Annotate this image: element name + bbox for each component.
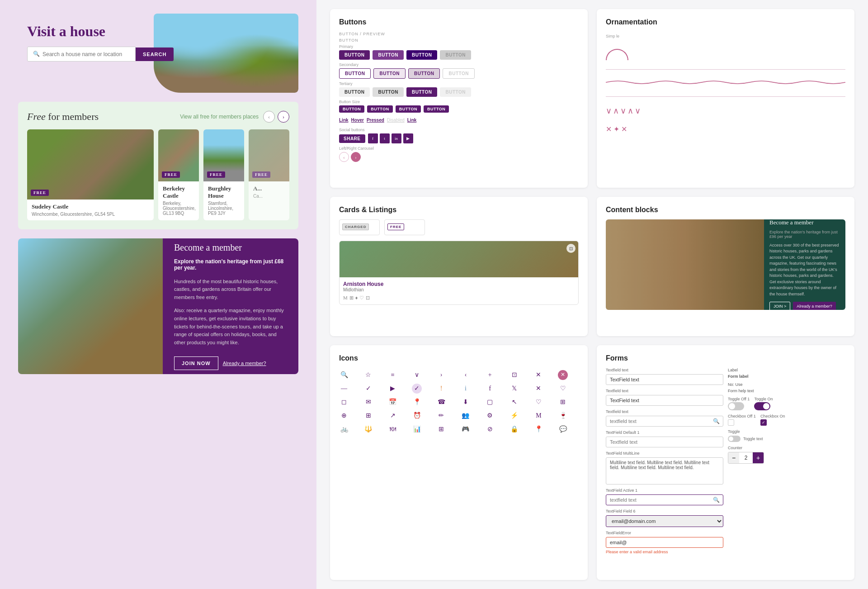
btnsize-sm3[interactable]: BUTTON <box>396 105 421 113</box>
secondary-pressed[interactable]: BUTTON <box>408 68 440 79</box>
icon-search: 🔍 <box>339 370 349 380</box>
view-all-link[interactable]: View all free for members places <box>180 114 259 120</box>
btnsize-sm1[interactable]: BUTTON <box>339 105 364 113</box>
icon-instagram: ◻ <box>339 397 349 407</box>
listing-icon-m: M <box>343 295 348 301</box>
icon-fork: 🔱 <box>363 424 373 434</box>
membership-title: Become a member <box>174 242 287 253</box>
toggle-off[interactable] <box>728 402 744 410</box>
tertiary-default[interactable]: BUTTON <box>339 87 370 97</box>
select-email[interactable]: email@domain.com <box>606 515 723 527</box>
membership-subtitle: Explore the nation's heritage from just … <box>174 258 287 271</box>
btn-size-row: BUTTON BUTTON BUTTON BUTTON <box>339 105 579 113</box>
secondary-disabled: BUTTON <box>443 68 474 79</box>
tertiary-hover[interactable]: BUTTON <box>373 87 403 97</box>
orn-line1 <box>606 69 845 70</box>
mini-card-free[interactable]: FREE <box>384 219 425 235</box>
input-search[interactable] <box>606 416 723 427</box>
btnsize-sm4[interactable]: BUTTON <box>424 105 449 113</box>
icon-alert: ! <box>436 384 446 394</box>
icon-email: ✉ <box>363 397 373 407</box>
checkbox-on[interactable]: ✓ <box>760 419 767 426</box>
already-member-button[interactable]: Already a member? <box>223 356 266 370</box>
icon-dash: — <box>339 384 349 394</box>
link-pressed[interactable]: Pressed <box>367 115 384 125</box>
nav-next[interactable]: › <box>278 111 289 123</box>
toggle-text-toggle[interactable] <box>728 436 741 442</box>
hero-content: Visit a house 🔍 SEARCH <box>27 23 174 62</box>
link-hover[interactable]: Hover <box>351 115 364 125</box>
listing-name: Arniston House <box>343 281 575 287</box>
toggle-on[interactable] <box>754 402 770 410</box>
toggle-text-row: Toggle text <box>728 436 845 442</box>
checkbox-row: Checkbox Off 1 Checkbox On ✓ <box>728 414 845 426</box>
input-active[interactable] <box>606 494 723 505</box>
counter-increment[interactable]: + <box>753 452 764 463</box>
cb-member-button[interactable]: Already a member? <box>793 302 836 310</box>
icons-title: Icons <box>339 354 579 362</box>
counter-label: Counter <box>728 446 845 450</box>
social-linkedin[interactable]: in <box>392 133 401 143</box>
join-button[interactable]: JOIN NOW <box>174 356 218 370</box>
cb-image-section <box>606 219 764 310</box>
field-active-wrapper: 🔍 <box>606 494 723 505</box>
primary-hover[interactable]: BUTTON <box>373 50 403 60</box>
secondary-hover[interactable]: BUTTON <box>373 68 405 79</box>
primary-default[interactable]: BUTTON <box>339 50 370 60</box>
icon-pinterest: ♡ <box>558 384 568 394</box>
input-text1[interactable] <box>606 374 723 385</box>
cb-join-button[interactable]: JOIN > <box>769 302 790 310</box>
input-error[interactable] <box>606 537 723 548</box>
input-text2[interactable] <box>606 395 723 406</box>
content-block-preview: Become a member Explore the nation's her… <box>606 219 845 310</box>
icon-four-square: ⊞ <box>436 424 446 434</box>
icon-chevron-left: ‹ <box>461 370 471 380</box>
field-active: TextField Active 1 🔍 <box>606 488 723 505</box>
input-default1[interactable] <box>606 437 723 447</box>
search-button[interactable]: SEARCH <box>136 48 174 61</box>
free-badge-sudeley: FREE <box>31 190 49 196</box>
arrow-right[interactable]: › <box>351 152 361 162</box>
card-image-sudeley: FREE <box>27 129 154 200</box>
icon-cross: ✕ <box>533 384 543 394</box>
arrow-left[interactable]: ‹ <box>339 152 349 162</box>
icon-facebook: f <box>485 384 495 394</box>
link-default[interactable]: Link <box>339 115 349 125</box>
counter-decrement[interactable]: − <box>728 452 739 463</box>
field-search: Textfield text 🔍 <box>606 409 723 427</box>
textarea-multiline[interactable]: Multiline text field. Multiline text fie… <box>606 457 723 484</box>
icon-add-circle: ⊕ <box>339 411 349 421</box>
card-info-partial: A... Ca... <box>249 181 289 202</box>
checkbox-off[interactable] <box>728 419 734 426</box>
social-twitter[interactable]: t <box>380 133 390 143</box>
secondary-default[interactable]: BUTTON <box>339 68 371 79</box>
house-card-sudeley[interactable]: FREE Sudeley Castle Winchcombe, Gloucest… <box>27 129 154 220</box>
listing-card[interactable]: ⊡ Arniston House Midlothian M ⊞ ♦ ♡ ⊡ <box>339 241 579 305</box>
house-card-partial[interactable]: FREE A... Ca... <box>249 129 289 220</box>
tertiary-pressed[interactable]: BUTTON <box>406 87 437 97</box>
primary-pressed[interactable]: BUTTON <box>406 50 437 60</box>
card-info-berkeley: Berkeley Castle Berkeley, Gloucestershir… <box>158 181 199 219</box>
link-link[interactable]: Link <box>407 115 417 125</box>
listing-icon-diamond: ♦ <box>355 295 358 301</box>
forms-card: Forms Textfield text Textfield text Text… <box>597 345 854 580</box>
toggle-knob-off <box>729 403 735 409</box>
share-button[interactable]: SHARE <box>339 134 365 143</box>
search-input[interactable] <box>42 51 124 57</box>
social-facebook[interactable]: f <box>368 133 378 143</box>
mini-card-charged[interactable]: CHARGED <box>339 219 380 235</box>
house-card-burghley[interactable]: FREE Burghley House Stamford, Lincolnshi… <box>203 129 244 220</box>
membership-section: Become a member Explore the nation's her… <box>18 238 298 374</box>
field-label-group: Label Form label <box>728 368 845 379</box>
field-error: TextFieldError Please enter a valid emai… <box>606 531 723 554</box>
primary-label: Primary <box>339 44 579 49</box>
social-youtube[interactable]: ▶ <box>403 133 413 143</box>
members-section: Free for members View all free for membe… <box>18 102 298 229</box>
field-search-wrapper: 🔍 <box>606 416 723 427</box>
ornamentation-card: Ornamentation Simp le ∨∧∨∧∨ ✕✦✕ <box>597 9 854 188</box>
btnsize-sm2[interactable]: BUTTON <box>367 105 392 113</box>
nav-prev[interactable]: ‹ <box>263 111 275 123</box>
orn-line2 <box>606 96 845 97</box>
house-card-berkeley[interactable]: FREE Berkeley Castle Berkeley, Glouceste… <box>158 129 199 220</box>
icon-check-circle: ✓ <box>412 384 422 394</box>
